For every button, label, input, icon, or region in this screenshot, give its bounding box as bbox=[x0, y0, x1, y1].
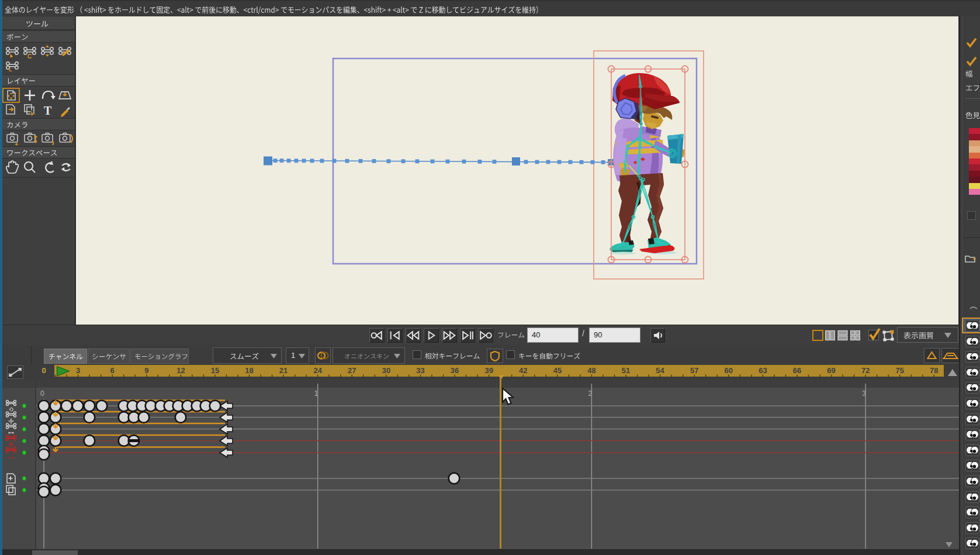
svg-text:+: + bbox=[972, 255, 976, 262]
